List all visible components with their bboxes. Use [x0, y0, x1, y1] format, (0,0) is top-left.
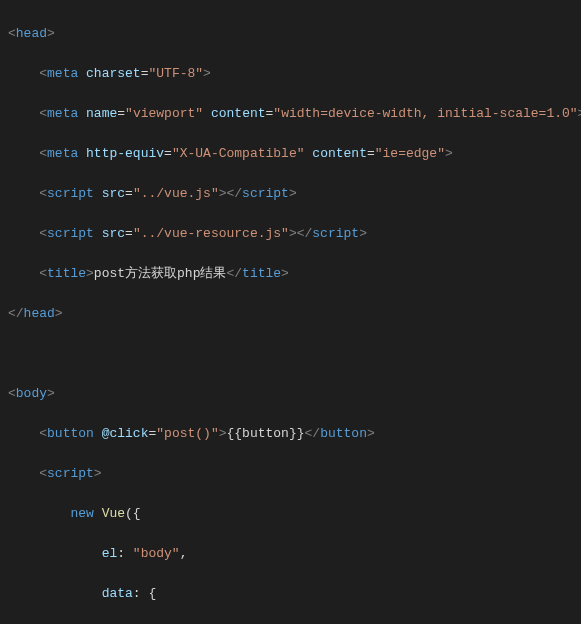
code-line[interactable]: el: "body",	[8, 544, 581, 564]
string: "UTF-8"	[148, 66, 203, 81]
attr: src	[102, 186, 125, 201]
script-tag: script	[242, 186, 289, 201]
head-tag: head	[24, 306, 55, 321]
code-line[interactable]: data: {	[8, 584, 581, 604]
script-tag: script	[47, 226, 94, 241]
code-line[interactable]: new Vue({	[8, 504, 581, 524]
code-line[interactable]: <script src="../vue-resource.js"></scrip…	[8, 224, 581, 244]
property: el	[102, 546, 118, 561]
code-line[interactable]: <script src="../vue.js"></script>	[8, 184, 581, 204]
attr: charset	[86, 66, 141, 81]
keyword: new	[70, 506, 93, 521]
script-tag: script	[47, 466, 94, 481]
script-tag: script	[312, 226, 359, 241]
attr: src	[102, 226, 125, 241]
property: data	[102, 586, 133, 601]
code-line[interactable]: <script>	[8, 464, 581, 484]
title-tag: title	[47, 266, 86, 281]
code-line[interactable]: <meta http-equiv="X-UA-Compatible" conte…	[8, 144, 581, 164]
meta-tag: meta	[47, 106, 78, 121]
code-line[interactable]: <meta name="viewport" content="width=dev…	[8, 104, 581, 124]
string: "../vue.js"	[133, 186, 219, 201]
string: "body"	[133, 546, 180, 561]
title-tag: title	[242, 266, 281, 281]
code-line[interactable]: <button @click="post()">{{button}}</butt…	[8, 424, 581, 444]
code-line[interactable]: <title>post方法获取php结果</title>	[8, 264, 581, 284]
code-line[interactable]: </head>	[8, 304, 581, 324]
meta-tag: meta	[47, 146, 78, 161]
button-tag: button	[320, 426, 367, 441]
class-name: Vue	[102, 506, 125, 521]
string: "X-UA-Compatible"	[172, 146, 305, 161]
string: "viewport"	[125, 106, 203, 121]
code-line[interactable]	[8, 344, 581, 364]
string: "../vue-resource.js"	[133, 226, 289, 241]
attr: content	[312, 146, 367, 161]
title-content: post方法获取php结果	[94, 266, 227, 281]
body-tag: body	[16, 386, 47, 401]
attr: @click	[102, 426, 149, 441]
string: "ie=edge"	[375, 146, 445, 161]
button-tag: button	[47, 426, 94, 441]
string: "post()"	[156, 426, 218, 441]
head-tag: head	[16, 26, 47, 41]
attr: name	[86, 106, 117, 121]
attr: http-equiv	[86, 146, 164, 161]
meta-tag: meta	[47, 66, 78, 81]
code-line[interactable]: <head>	[8, 24, 581, 44]
attr: content	[211, 106, 266, 121]
code-line[interactable]: <body>	[8, 384, 581, 404]
code-line[interactable]: <meta charset="UTF-8">	[8, 64, 581, 84]
script-tag: script	[47, 186, 94, 201]
button-content: {{button}}	[227, 426, 305, 441]
code-editor[interactable]: <head> <meta charset="UTF-8"> <meta name…	[0, 4, 581, 624]
string: "width=device-width, initial-scale=1.0"	[273, 106, 577, 121]
